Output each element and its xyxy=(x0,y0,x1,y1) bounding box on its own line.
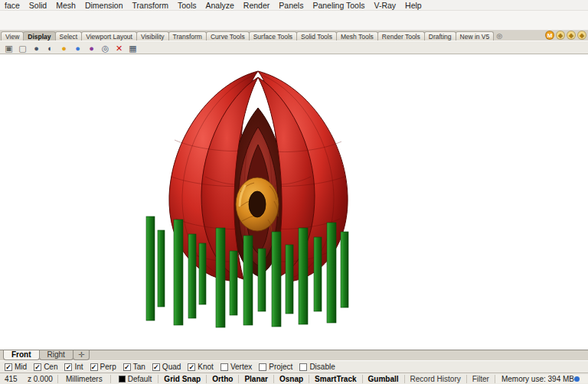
menu-item-dimension[interactable]: Dimension xyxy=(80,1,128,10)
osnap-label-knot: Knot xyxy=(198,363,214,371)
checkbox-vertex[interactable] xyxy=(220,363,228,371)
status-pane-smarttrack[interactable]: SmartTrack xyxy=(309,375,361,383)
osnap-vertex[interactable]: Vertex xyxy=(220,363,252,371)
checkbox-quad[interactable]: ✓ xyxy=(152,363,160,371)
osnap-bar: ✓Mid✓Cen✓Int✓Perp✓Tan✓Quad✓KnotVertexPro… xyxy=(0,360,588,373)
half-sphere-icon[interactable]: ◐ xyxy=(44,41,57,54)
units-pane[interactable]: Millimeters xyxy=(60,375,109,383)
status-pane-grid-snap[interactable]: Grid Snap xyxy=(158,375,206,383)
separator xyxy=(110,375,111,383)
purple-ball-icon[interactable]: ● xyxy=(85,41,98,54)
green-slat xyxy=(199,243,206,304)
weave-ring-group[interactable] xyxy=(236,177,279,232)
osnap-tan[interactable]: ✓Tan xyxy=(123,363,145,371)
memory-usage: Memory use: 394 MB xyxy=(501,375,574,383)
osnap-disable[interactable]: Disable xyxy=(299,363,335,371)
target-icon[interactable]: ◎ xyxy=(99,41,112,54)
osnap-cen[interactable]: ✓Cen xyxy=(34,363,57,371)
checkbox-knot[interactable]: ✓ xyxy=(188,363,195,371)
checkbox-int[interactable]: ✓ xyxy=(64,363,72,371)
tab-render-tools[interactable]: Render Tools xyxy=(377,31,425,41)
osnap-quad[interactable]: ✓Quad xyxy=(152,363,181,371)
osnap-int[interactable]: ✓Int xyxy=(64,363,83,371)
layer-name: Default xyxy=(128,375,152,383)
menu-item-solid[interactable]: Solid xyxy=(24,1,51,10)
tab-new-in-v5[interactable]: New in V5 xyxy=(456,31,495,41)
command-area[interactable] xyxy=(0,11,588,31)
green-slat xyxy=(299,228,308,324)
menu-item-tools[interactable]: Tools xyxy=(173,1,201,10)
menu-item-v-ray[interactable]: V-Ray xyxy=(370,1,401,10)
checkbox-tan[interactable]: ✓ xyxy=(123,363,131,371)
osnap-label-project: Project xyxy=(269,363,292,371)
menu-item-face[interactable]: face xyxy=(0,1,24,10)
menu-item-transform[interactable]: Transform xyxy=(128,1,173,10)
tab-transform[interactable]: Transform xyxy=(168,31,207,41)
tab-visibility[interactable]: Visibility xyxy=(136,31,169,41)
status-pane-record-history[interactable]: Record History xyxy=(404,375,466,383)
menu-item-mesh[interactable]: Mesh xyxy=(51,1,80,10)
tab-select[interactable]: Select xyxy=(55,31,83,41)
checkbox-project[interactable] xyxy=(259,363,266,371)
plugin-cube-icon-2[interactable]: ◈ xyxy=(567,31,576,40)
menu-item-paneling-tools[interactable]: Paneling Tools xyxy=(308,1,369,10)
monitor-icon[interactable]: ▦ xyxy=(126,41,139,54)
tab-curve-tools[interactable]: Curve Tools xyxy=(206,31,250,41)
osnap-perp[interactable]: ✓Perp xyxy=(90,363,116,371)
tab-display[interactable]: Display xyxy=(23,31,55,41)
ring-hole xyxy=(249,191,266,217)
status-pane-osnap[interactable]: Osnap xyxy=(273,375,309,383)
menu-item-render[interactable]: Render xyxy=(239,1,274,10)
checkbox-cen[interactable]: ✓ xyxy=(34,363,41,371)
layer-pane[interactable]: Default xyxy=(113,375,158,383)
viewport-tab-front[interactable]: Front xyxy=(3,350,40,360)
plugin-icons: M◈◈◈ xyxy=(542,31,588,41)
status-pane-gumball[interactable]: Gumball xyxy=(362,375,404,383)
menu-bar: faceSolidMeshDimensionTransformToolsAnal… xyxy=(0,0,588,11)
viewport-3d-model[interactable] xyxy=(0,54,588,350)
osnap-project[interactable]: Project xyxy=(259,363,292,371)
osnap-label-disable: Disable xyxy=(309,363,335,371)
tab-surface-tools[interactable]: Surface Tools xyxy=(249,31,297,41)
status-pane-ortho[interactable]: Ortho xyxy=(206,375,238,383)
notification-icon[interactable] xyxy=(574,376,580,382)
coordinate-x: 415 xyxy=(0,375,23,383)
menu-item-panels[interactable]: Panels xyxy=(274,1,308,10)
status-panes: Grid SnapOrthoPlanarOsnapSmartTrackGumba… xyxy=(158,375,495,383)
menu-item-analyze[interactable]: Analyze xyxy=(201,1,238,10)
green-slat xyxy=(272,232,281,327)
vray-icon[interactable]: M xyxy=(545,31,554,40)
viewport-tab-right[interactable]: Right xyxy=(39,350,74,360)
tab-mesh-tools[interactable]: Mesh Tools xyxy=(336,31,378,41)
standard-toolbar: ▣▢●◐●●●◎✕▦ xyxy=(0,41,588,54)
green-slat xyxy=(174,220,183,325)
copy-icon[interactable]: ▢ xyxy=(16,41,29,54)
tab-options-icon[interactable]: ◎ xyxy=(493,31,505,41)
plugin-cube-icon-3[interactable]: ◈ xyxy=(577,31,586,40)
paste-icon[interactable]: ▣ xyxy=(2,41,15,54)
orange-ball-icon[interactable]: ● xyxy=(57,41,70,54)
layer-color-swatch[interactable] xyxy=(119,376,126,382)
osnap-mid[interactable]: ✓Mid xyxy=(5,363,27,371)
osnap-label-perp: Perp xyxy=(100,363,116,371)
status-pane-planar[interactable]: Planar xyxy=(238,375,273,383)
menu-item-help[interactable]: Help xyxy=(400,1,426,10)
front-viewport[interactable] xyxy=(0,54,588,350)
osnap-knot[interactable]: ✓Knot xyxy=(188,363,214,371)
tab-drafting[interactable]: Drafting xyxy=(424,31,456,41)
viewport-tab-bar: FrontRight✛ xyxy=(0,350,588,360)
delete-icon[interactable]: ✕ xyxy=(113,41,126,54)
checkbox-mid[interactable]: ✓ xyxy=(5,363,12,371)
plugin-cube-icon-1[interactable]: ◈ xyxy=(556,31,565,40)
tab-viewport-layout[interactable]: Viewport Layout xyxy=(81,31,137,41)
green-slat xyxy=(158,230,165,307)
sphere-icon[interactable]: ● xyxy=(30,41,43,54)
blue-ball-icon[interactable]: ● xyxy=(71,41,84,54)
green-slat xyxy=(243,236,253,325)
tab-view[interactable]: View xyxy=(1,31,24,41)
tab-solid-tools[interactable]: Solid Tools xyxy=(296,31,337,41)
new-viewport-tab-button[interactable]: ✛ xyxy=(73,350,90,360)
checkbox-perp[interactable]: ✓ xyxy=(90,363,98,371)
checkbox-disable[interactable] xyxy=(299,363,307,371)
status-pane-filter[interactable]: Filter xyxy=(466,375,495,383)
